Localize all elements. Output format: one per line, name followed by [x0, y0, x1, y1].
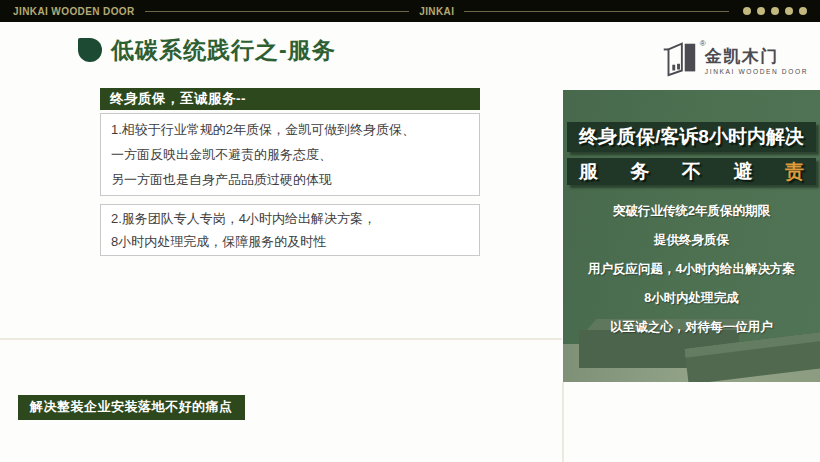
panel-body: 突破行业传统2年质保的期限 提供终身质保 用户反应问题，4小时内给出解决方案 8… — [563, 197, 820, 342]
panel-body-line: 提供终身质保 — [563, 226, 820, 255]
service-promise-panel: 终身质保/客诉8小时内解决 服 务 不 避 责 突破行业传统2年质保的期限 提供… — [563, 90, 820, 382]
panel-body-line: 以至诚之心，对待每一位用户 — [563, 313, 820, 342]
logo-subtitle: JINKAI WOODEN DOOR — [705, 68, 808, 75]
service-point-box-2: 2.服务团队专人专岗，4小时内给出解决方案， 8小时内处理完成，保障服务的及时性 — [100, 204, 480, 256]
dot-icon — [771, 7, 779, 15]
slogan-char-accent: 责 — [785, 159, 804, 185]
panel-body-line: 用户反应问题，4小时内给出解决方案 — [563, 255, 820, 284]
panel-headline: 终身质保/客诉8小时内解决 — [567, 122, 816, 152]
dot-icon — [757, 7, 765, 15]
dots-decoration — [743, 7, 807, 15]
box2-line: 8小时内处理完成，保障服务的及时性 — [111, 230, 469, 253]
service-point-box-1: 1.相较于行业常规的2年质保，金凯可做到终身质保、 一方面反映出金凯不避责的服务… — [100, 113, 480, 196]
title-row: 低碳系统践行之-服务 — [78, 38, 336, 62]
dot-icon — [799, 7, 807, 15]
box1-line: 1.相较于行业常规的2年质保，金凯可做到终身质保、 — [111, 117, 469, 142]
box1-line: 另一方面也是自身产品品质过硬的体现 — [111, 167, 469, 192]
dot-icon — [743, 7, 751, 15]
topbar-brand-center: JINKAI — [419, 6, 454, 17]
door-logo-icon — [658, 40, 700, 78]
leaf-dot-icon — [78, 38, 102, 62]
panel-body-line: 突破行业传统2年质保的期限 — [563, 197, 820, 226]
top-banner: JINKAI WOODEN DOOR JINKAI — [0, 0, 820, 22]
divider-line — [145, 11, 410, 12]
divider-line — [464, 11, 729, 12]
section-header-bar: 终身质保，至诚服务-- — [100, 88, 480, 110]
box1-line: 一方面反映出金凯不避责的服务态度、 — [111, 142, 469, 167]
topbar-brand-left: JINKAI WOODEN DOOR — [13, 6, 135, 17]
divider-line — [0, 338, 562, 340]
slogan-char: 务 — [631, 159, 650, 185]
footer-badge: 解决整装企业安装落地不好的痛点 — [18, 395, 245, 420]
slogan-char: 避 — [734, 159, 753, 185]
presentation-slide: JINKAI WOODEN DOOR JINKAI 低碳系统践行之-服务 ® 金… — [0, 0, 820, 462]
registered-mark: ® — [700, 39, 706, 48]
company-logo: ® 金凯木门 JINKAI WOODEN DOOR — [658, 40, 808, 78]
slogan-char: 不 — [682, 159, 701, 185]
divider-line — [562, 382, 564, 462]
box2-line: 2.服务团队专人专岗，4小时内给出解决方案， — [111, 207, 469, 230]
page-title: 低碳系统践行之-服务 — [111, 39, 336, 62]
dot-icon — [785, 7, 793, 15]
left-content-column: 终身质保，至诚服务-- 1.相较于行业常规的2年质保，金凯可做到终身质保、 一方… — [100, 88, 480, 256]
panel-slogan: 服 务 不 避 责 — [567, 158, 816, 185]
logo-name: 金凯木门 — [705, 48, 808, 65]
logo-text: 金凯木门 JINKAI WOODEN DOOR — [705, 44, 808, 75]
panel-body-line: 8小时内处理完成 — [563, 284, 820, 313]
slogan-char: 服 — [579, 159, 598, 185]
